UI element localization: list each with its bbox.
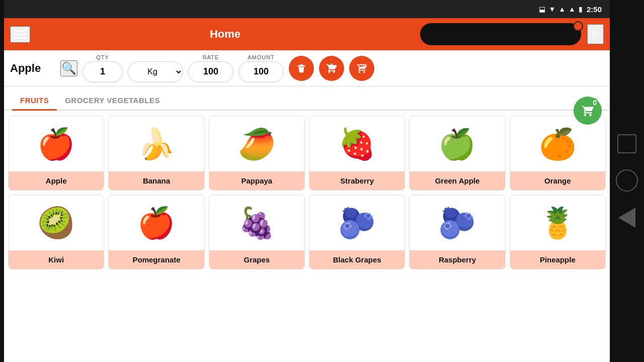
product-image-pappaya: 🥭: [209, 116, 304, 171]
status-bar: ⬓ ▼ ▲ ▲ ▮ 2:50: [4, 0, 610, 18]
svg-text:+: +: [363, 64, 365, 68]
product-label-pineapple: Pineapple: [510, 250, 605, 269]
delete-button[interactable]: [289, 56, 314, 81]
product-card-pineapple[interactable]: 🍍Pineapple: [510, 195, 606, 269]
unit-label: [154, 54, 156, 60]
product-label-kiwi: Kiwi: [9, 250, 104, 269]
navbar-search-bar[interactable]: [420, 23, 581, 45]
menu-button[interactable]: [10, 26, 30, 43]
rate-field-group: RATE: [188, 54, 233, 82]
product-card-orange[interactable]: 🍊Orange: [510, 116, 606, 191]
amount-field-group: AMOUNT: [238, 54, 284, 82]
tab-grocery[interactable]: GROCERY VEGETABLES: [57, 91, 168, 110]
amount-label: AMOUNT: [248, 54, 275, 60]
product-grid-container: 🍎Apple🍌Banana🥭Pappaya🍓Straberry🍏Green Ap…: [4, 111, 610, 362]
product-card-grapes[interactable]: 🍇Grapes: [209, 195, 305, 269]
status-icons: ⬓ ▼ ▲ ▲ ▮: [539, 5, 583, 13]
bluetooth-icon: ⬓: [539, 5, 545, 13]
product-label-strawberry: Straberry: [309, 171, 405, 190]
qty-field-group: QTY: [83, 54, 123, 82]
product-label-orange: Orange: [510, 171, 605, 190]
product-card-pappaya[interactable]: 🥭Pappaya: [209, 116, 305, 191]
product-label-raspberry: Raspberry: [410, 250, 505, 269]
unit-select[interactable]: Kg g Pcs L: [128, 61, 183, 82]
nav-circle-button[interactable]: [616, 169, 638, 192]
product-image-black-grapes: 🫐: [309, 195, 405, 250]
product-card-green-apple[interactable]: 🍏Green Apple: [409, 116, 505, 191]
cart-fab-badge: 0: [593, 99, 597, 107]
product-label-banana: Banana: [109, 171, 204, 190]
product-row: Apple 🔍 QTY Kg g Pcs L RATE AMOUNT: [4, 50, 610, 86]
navbar: Home ↻: [4, 18, 610, 50]
product-card-pomegranate[interactable]: 🍎Pomegranate: [108, 195, 204, 269]
nav-square-button[interactable]: [617, 134, 636, 153]
search-icon-button[interactable]: 🔍: [60, 60, 77, 76]
record-dot: [573, 21, 583, 31]
refresh-button[interactable]: ↻: [587, 24, 604, 44]
product-image-strawberry: 🍓: [309, 116, 405, 171]
wifi-icon: ▼: [548, 5, 555, 13]
product-card-black-grapes[interactable]: 🫐Black Grapes: [309, 195, 405, 269]
unit-field-group: Kg g Pcs L: [128, 54, 183, 82]
product-grid: 🍎Apple🍌Banana🥭Pappaya🍓Straberry🍏Green Ap…: [8, 116, 606, 269]
product-image-kiwi: 🥝: [9, 195, 104, 250]
product-card-banana[interactable]: 🍌Banana: [108, 116, 204, 191]
bezel-left: [0, 0, 4, 362]
product-name: Apple: [10, 62, 55, 75]
product-image-grapes: 🍇: [209, 195, 304, 250]
product-label-green-apple: Green Apple: [410, 171, 505, 190]
add-to-cart-button[interactable]: [319, 56, 344, 81]
product-image-banana: 🍌: [109, 116, 204, 171]
product-label-pomegranate: Pomegranate: [109, 250, 204, 269]
bezel-right: [610, 0, 644, 362]
category-tabs: FRUITS GROCERY VEGETABLES: [4, 86, 610, 111]
product-image-green-apple: 🍏: [410, 116, 505, 171]
signal2-icon: ▲: [569, 5, 576, 13]
rate-input[interactable]: [188, 61, 233, 82]
rate-label: RATE: [203, 54, 219, 60]
product-image-pineapple: 🍍: [510, 195, 605, 250]
product-card-apple[interactable]: 🍎Apple: [8, 116, 104, 191]
phone-content: ⬓ ▼ ▲ ▲ ▮ 2:50 Home ↻ Apple 🔍 QTY Kg: [4, 0, 610, 362]
signal1-icon: ▲: [558, 5, 566, 13]
qty-label: QTY: [96, 54, 109, 60]
product-card-kiwi[interactable]: 🥝Kiwi: [8, 195, 104, 269]
battery-icon: ▮: [579, 5, 583, 13]
product-image-apple: 🍎: [9, 116, 104, 171]
product-image-orange: 🍊: [510, 116, 605, 171]
product-label-pappaya: Pappaya: [209, 171, 304, 190]
qty-input[interactable]: [83, 61, 123, 82]
tab-fruits[interactable]: FRUITS: [12, 91, 57, 110]
product-card-raspberry[interactable]: 🫐Raspberry: [409, 195, 505, 269]
product-label-grapes: Grapes: [209, 250, 304, 269]
product-card-strawberry[interactable]: 🍓Straberry: [309, 116, 405, 191]
amount-input[interactable]: [238, 61, 284, 82]
navbar-title: Home: [36, 28, 414, 41]
view-cart-button[interactable]: +: [349, 56, 374, 81]
cart-fab-button[interactable]: 0: [574, 97, 602, 125]
product-image-pomegranate: 🍎: [109, 195, 204, 250]
status-time: 2:50: [587, 5, 602, 14]
product-image-raspberry: 🫐: [410, 195, 505, 250]
nav-back-button[interactable]: [618, 208, 635, 228]
product-label-apple: Apple: [9, 171, 104, 190]
product-label-black-grapes: Black Grapes: [309, 250, 405, 269]
tabs-wrapper: FRUITS GROCERY VEGETABLES 0: [4, 86, 610, 111]
